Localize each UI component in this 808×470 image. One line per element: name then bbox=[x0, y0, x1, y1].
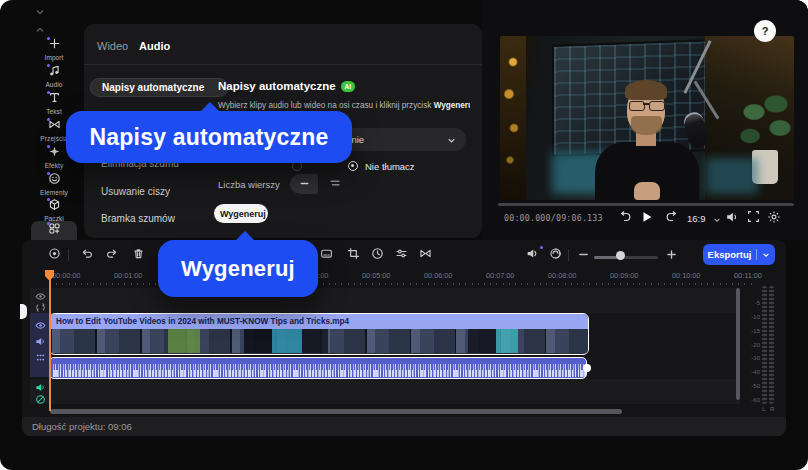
eye-icon[interactable] bbox=[35, 320, 46, 331]
new-feature-dot bbox=[47, 64, 50, 67]
chevron-down-icon[interactable] bbox=[713, 216, 721, 224]
export-button[interactable]: Eksportuj bbox=[703, 244, 775, 265]
meter-l-label: L bbox=[762, 406, 765, 412]
text-icon bbox=[48, 91, 61, 104]
clip-filmstrip bbox=[50, 329, 588, 353]
toolbar-divider bbox=[568, 249, 569, 261]
db-label: -10 bbox=[751, 314, 760, 320]
ruler-label: 00:01:00 bbox=[114, 271, 142, 280]
transition-icon[interactable] bbox=[419, 247, 435, 263]
tab-audio[interactable]: Audio bbox=[139, 40, 170, 52]
callout-wygeneruj: Wygeneruj bbox=[158, 240, 318, 297]
chevron-down-icon bbox=[762, 251, 770, 259]
no-translate-radio[interactable] bbox=[348, 161, 358, 171]
new-feature-dot bbox=[47, 118, 50, 121]
replay-icon[interactable] bbox=[618, 210, 634, 226]
speed-icon[interactable] bbox=[371, 247, 387, 263]
help-button[interactable]: ? bbox=[754, 20, 776, 42]
rail-item-label: Efekty bbox=[31, 162, 77, 169]
content-title: Napisy automatyczne AI bbox=[218, 80, 355, 92]
undo-icon[interactable] bbox=[80, 247, 96, 263]
forward-icon[interactable] bbox=[665, 210, 681, 226]
eye-icon[interactable] bbox=[35, 291, 46, 302]
timeline-panel: Eksportuj 00:00:0000:01:0000:02:0000:03:… bbox=[22, 240, 786, 436]
generate-button[interactable]: Wygeneruj bbox=[214, 204, 268, 223]
audio-levels-icon[interactable] bbox=[526, 247, 542, 263]
video-frame[interactable] bbox=[500, 36, 794, 200]
caption-icon[interactable] bbox=[320, 247, 336, 263]
new-feature-dot bbox=[540, 246, 543, 249]
db-label: -30 bbox=[751, 355, 760, 361]
snap-icon[interactable] bbox=[48, 247, 64, 263]
transitions-icon bbox=[48, 118, 61, 131]
rail-item-label: Tekst bbox=[31, 108, 77, 115]
volume-icon[interactable] bbox=[725, 210, 741, 226]
glasses-bridge bbox=[643, 103, 649, 105]
settings-icon[interactable] bbox=[767, 210, 783, 226]
delete-icon[interactable] bbox=[132, 247, 148, 263]
tools-icon bbox=[48, 222, 61, 235]
menu-item-1[interactable]: Napisy automatyczne bbox=[90, 78, 228, 97]
menu-item-5[interactable]: Bramka szumów bbox=[90, 210, 228, 229]
rail-item-audio[interactable]: Audio bbox=[31, 63, 77, 89]
ruler-label: 00:07:00 bbox=[486, 271, 514, 280]
person-hands bbox=[634, 182, 660, 200]
audio-clip[interactable] bbox=[49, 357, 587, 379]
warm-lights bbox=[500, 36, 526, 200]
new-feature-dot bbox=[47, 172, 50, 175]
zoom-out-icon[interactable] bbox=[578, 249, 594, 265]
single-line-button[interactable] bbox=[290, 174, 318, 194]
db-label: -50 bbox=[751, 383, 760, 389]
panel-edge-handle[interactable] bbox=[20, 304, 27, 319]
thumbnails-icon[interactable] bbox=[35, 352, 46, 363]
horizontal-scrollbar[interactable] bbox=[50, 409, 622, 414]
mute-link-icon[interactable] bbox=[35, 394, 46, 405]
fullscreen-icon[interactable] bbox=[747, 210, 763, 226]
content-description: Wybierz klipy audio lub wideo na osi cza… bbox=[218, 101, 470, 110]
tab-wideo[interactable]: Wideo bbox=[97, 40, 128, 52]
new-feature-dot bbox=[47, 91, 50, 94]
adjust-icon[interactable] bbox=[395, 247, 411, 263]
db-label: -60 bbox=[751, 397, 760, 403]
zoom-in-icon[interactable] bbox=[666, 249, 682, 265]
ruler-ticks bbox=[50, 283, 756, 285]
ruler-label: 00:05:00 bbox=[362, 271, 390, 280]
rail-item-paczki[interactable]: Paczki bbox=[31, 197, 77, 223]
ai-badge: AI bbox=[341, 81, 356, 92]
toolbar-divider bbox=[68, 249, 69, 261]
minus-icon bbox=[299, 178, 310, 189]
rail-item-import[interactable]: Import bbox=[31, 36, 77, 62]
ai-effects-icon[interactable] bbox=[549, 247, 565, 263]
menu-item-4[interactable]: Usuwanie ciszy bbox=[90, 183, 228, 202]
redo-icon[interactable] bbox=[106, 247, 122, 263]
packs-icon bbox=[48, 198, 61, 211]
new-feature-dot bbox=[47, 198, 50, 201]
ruler-label: 00:09:00 bbox=[610, 271, 638, 280]
aspect-ratio-select[interactable]: 16:9 bbox=[687, 213, 706, 224]
player-timecode: 00:00.000/09:06.133 bbox=[504, 213, 603, 223]
rail-item-tekst[interactable]: Tekst bbox=[31, 90, 77, 116]
elements-icon bbox=[48, 172, 61, 185]
clip-trim-handle[interactable] bbox=[583, 364, 591, 372]
db-scale: -5-10-15-20-30-40-50-60 bbox=[738, 300, 760, 403]
empty-track-1[interactable] bbox=[30, 288, 740, 313]
two-lines-icon bbox=[329, 177, 341, 189]
volume-icon[interactable] bbox=[35, 336, 46, 347]
rail-item-label: Elementy bbox=[31, 189, 77, 196]
empty-track-2[interactable] bbox=[30, 379, 740, 404]
play-icon[interactable] bbox=[640, 210, 656, 226]
zoom-slider-handle[interactable] bbox=[616, 251, 625, 260]
video-clip[interactable]: How to Edit YouTube Videos in 2024 with … bbox=[49, 313, 589, 355]
audio-icon bbox=[48, 64, 61, 77]
new-feature-dot bbox=[47, 222, 50, 225]
rail-item-elementy[interactable]: Elementy bbox=[31, 171, 77, 197]
import-icon bbox=[48, 37, 61, 50]
callout-napisy-automatyczne: Napisy automatyczne bbox=[66, 111, 352, 163]
loop-icon[interactable] bbox=[35, 302, 46, 313]
new-feature-dot bbox=[47, 37, 50, 40]
crop-icon[interactable] bbox=[347, 247, 363, 263]
volume-icon[interactable] bbox=[35, 382, 46, 393]
ruler-label: 00:11:00 bbox=[734, 271, 762, 280]
player-progress-bar[interactable] bbox=[498, 203, 794, 206]
double-line-button[interactable] bbox=[321, 174, 349, 194]
